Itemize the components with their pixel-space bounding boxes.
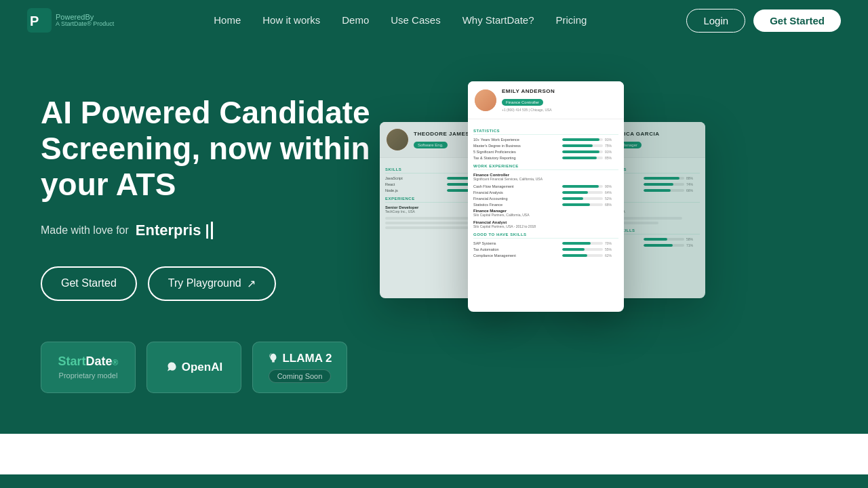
hero-subtitle-prefix: Made with love for	[41, 224, 129, 237]
nav-link-why-startdate[interactable]: Why StartDate?	[462, 14, 534, 26]
get-started-nav-button[interactable]: Get Started	[753, 9, 841, 32]
partner-startdate: StartDate® Proprietary model	[41, 342, 136, 393]
startdate-label: Proprietary model	[59, 371, 118, 380]
openai-label: OpenAI	[182, 361, 222, 374]
logo-tagline: A StartDate® Product	[56, 21, 114, 28]
llama-logo: LLAMA 2	[267, 352, 332, 365]
hero-section: AI Powered Candidate Screening, now with…	[0, 41, 868, 434]
try-playground-label: Try Playground	[168, 277, 241, 289]
partner-llama: LLAMA 2 Coming Soon	[252, 342, 347, 393]
logo-icon: P	[27, 8, 52, 33]
try-playground-icon: ↗	[247, 277, 256, 290]
resume-card-center: EMILY ANDERSON Finance Controller +1 (80…	[468, 81, 624, 312]
nav-link-how-it-works[interactable]: How it works	[262, 14, 320, 26]
nav-link-home[interactable]: Home	[214, 14, 241, 26]
partner-logos: StartDate® Proprietary model OpenAI	[41, 342, 393, 393]
try-playground-button[interactable]: Try Playground ↗	[148, 266, 276, 301]
avatar-center	[475, 89, 496, 111]
hero-animated-text: Enterpris |	[136, 222, 213, 239]
get-started-hero-button[interactable]: Get Started	[41, 266, 137, 301]
login-button[interactable]: Login	[686, 9, 745, 33]
navbar: P PoweredBy A StartDate® Product Home Ho…	[0, 0, 868, 41]
nav-link-pricing[interactable]: Pricing	[556, 14, 587, 26]
logo: P PoweredBy A StartDate® Product	[27, 8, 114, 33]
llama-label: LLAMA 2	[282, 352, 332, 365]
hero-title: AI Powered Candidate Screening, now with…	[41, 95, 393, 203]
svg-text:P: P	[30, 14, 39, 28]
hero-subtitle: Made with love for Enterpris |	[41, 222, 393, 239]
hero-content: AI Powered Candidate Screening, now with…	[41, 81, 393, 393]
llama-coming-soon: Coming Soon	[269, 369, 332, 383]
hero-visual: THEODORE JAMES Software Eng. SKILLS Java…	[380, 81, 827, 407]
startdate-logo: StartDate®	[58, 354, 119, 369]
openai-logo: OpenAI	[165, 361, 222, 374]
bottom-section	[0, 434, 868, 474]
nav-link-use-cases[interactable]: Use Cases	[391, 14, 440, 26]
center-resume-name: EMILY ANDERSON	[502, 88, 555, 94]
nav-actions: Login Get Started	[686, 9, 841, 33]
avatar-left	[387, 129, 408, 150]
nav-links: Home How it works Demo Use Cases Why Sta…	[214, 14, 587, 26]
llama-icon	[267, 352, 279, 365]
nav-link-demo[interactable]: Demo	[342, 14, 369, 26]
partner-openai: OpenAI	[146, 342, 241, 393]
openai-icon	[165, 361, 178, 373]
hero-buttons: Get Started Try Playground ↗	[41, 266, 393, 301]
